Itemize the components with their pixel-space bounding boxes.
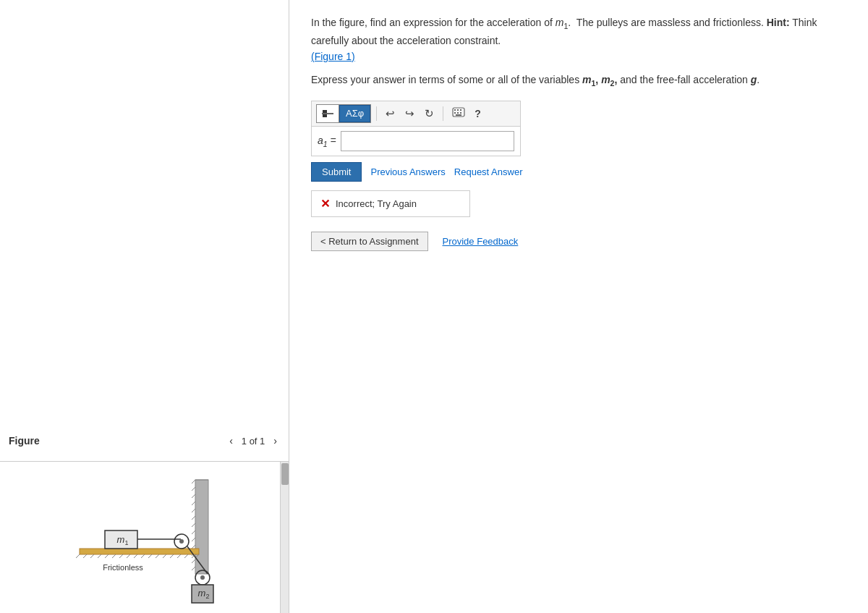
svg-line-4	[192, 494, 195, 498]
svg-line-5	[192, 502, 195, 505]
svg-line-29	[170, 554, 174, 558]
svg-text:m: m	[197, 588, 205, 599]
svg-line-10	[192, 538, 195, 541]
svg-point-39	[179, 539, 184, 544]
express-text: Express your answer in terms of some or …	[311, 72, 846, 90]
bottom-actions: < Return to Assignment Provide Feedback	[311, 232, 846, 251]
svg-rect-56	[460, 112, 461, 114]
problem-panel: In the figure, find an expression for th…	[289, 0, 868, 613]
provide-feedback-link[interactable]: Provide Feedback	[443, 236, 519, 247]
express-vars: m1, m2,	[582, 74, 617, 85]
figure-next-btn[interactable]: ›	[271, 434, 280, 448]
svg-line-16	[76, 554, 80, 558]
figure-scrollbar-thumb[interactable]	[281, 463, 289, 485]
submit-row: Submit Previous Answers Request Answer	[311, 162, 846, 182]
figure-link[interactable]: (Figure 1)	[311, 51, 355, 62]
svg-rect-49	[323, 114, 327, 117]
svg-text:Frictionless: Frictionless	[103, 563, 143, 572]
figure-nav[interactable]: ‹ 1 of 1 ›	[226, 434, 280, 448]
svg-line-22	[119, 554, 123, 558]
svg-line-8	[192, 523, 195, 527]
svg-line-19	[98, 554, 101, 558]
reset-btn[interactable]: ↻	[421, 106, 438, 122]
svg-point-42	[200, 575, 205, 580]
svg-line-25	[141, 554, 145, 558]
figure-prev-btn[interactable]: ‹	[226, 434, 236, 448]
svg-line-31	[184, 554, 188, 558]
sigma-btn[interactable]: ΑΣφ	[339, 105, 370, 122]
svg-line-30	[177, 554, 181, 558]
svg-rect-57	[456, 114, 461, 116]
keyboard-btn[interactable]	[448, 106, 469, 121]
answer-row: a1 =	[312, 127, 520, 156]
express-end: .	[757, 74, 760, 85]
svg-line-14	[192, 567, 195, 570]
toolbar-btn-group[interactable]: ΑΣφ	[316, 104, 371, 123]
request-answer-link[interactable]: Request Answer	[454, 166, 523, 177]
math-toolbar: ΑΣφ ↩ ↪ ↻	[312, 101, 520, 127]
help-btn[interactable]: ?	[472, 106, 484, 121]
svg-rect-51	[454, 109, 456, 111]
keyboard-icon	[452, 107, 465, 117]
figure-header: Figure ‹ 1 of 1 ›	[0, 428, 289, 454]
answer-label: a1 =	[318, 135, 336, 148]
svg-line-26	[148, 554, 152, 558]
toolbar-sep1	[376, 106, 377, 121]
svg-rect-55	[457, 112, 459, 114]
problem-description: In the figure, find an expression for th…	[311, 14, 846, 64]
fraction-icon	[321, 107, 334, 120]
fraction-btn[interactable]	[317, 105, 339, 122]
svg-rect-47	[323, 110, 327, 113]
submit-btn[interactable]: Submit	[311, 162, 362, 182]
svg-text:2: 2	[205, 593, 209, 600]
svg-line-21	[112, 554, 116, 558]
feedback-box: ✕ Incorrect; Try Again	[311, 190, 470, 217]
svg-line-11	[192, 545, 195, 549]
svg-line-24	[134, 554, 137, 558]
m1-var: m	[556, 17, 564, 28]
svg-line-7	[192, 516, 195, 520]
feedback-icon: ✕	[320, 197, 330, 211]
math-input-container: ΑΣφ ↩ ↪ ↻	[311, 101, 521, 156]
svg-line-13	[192, 559, 195, 563]
undo-btn[interactable]: ↩	[382, 106, 399, 122]
figure-diagram: m 1 m 2 Fri	[36, 465, 253, 610]
redo-btn[interactable]: ↪	[401, 106, 418, 122]
express-prefix: Express your answer in terms of some or …	[311, 74, 582, 85]
figure-scrollbar[interactable]	[280, 462, 289, 613]
figure-drawing: m 1 m 2 Fri	[0, 461, 289, 613]
answer-input[interactable]	[341, 131, 514, 151]
svg-line-23	[127, 554, 130, 558]
previous-answers-link[interactable]: Previous Answers	[370, 166, 445, 177]
figure-svg: m 1 m 2 Fri	[0, 462, 289, 613]
svg-line-3	[192, 487, 195, 491]
figure-nav-count: 1 of 1	[242, 436, 265, 447]
svg-line-28	[163, 554, 166, 558]
toolbar-sep2	[443, 106, 443, 121]
svg-rect-15	[80, 549, 199, 554]
figure-panel: Figure ‹ 1 of 1 ›	[0, 0, 289, 613]
feedback-text: Incorrect; Try Again	[336, 198, 417, 209]
svg-line-18	[90, 554, 94, 558]
hint-label: Hint:	[767, 17, 790, 28]
svg-line-20	[105, 554, 109, 558]
express-middle: and the free-fall acceleration	[617, 74, 750, 85]
svg-rect-52	[457, 109, 459, 111]
svg-text:m: m	[116, 534, 124, 545]
figure-label: Figure	[9, 435, 40, 447]
svg-text:1: 1	[124, 539, 128, 546]
svg-line-2	[192, 480, 195, 483]
svg-line-27	[156, 554, 159, 558]
svg-line-6	[192, 509, 195, 512]
svg-rect-53	[460, 109, 461, 111]
return-assignment-btn[interactable]: < Return to Assignment	[311, 232, 428, 251]
svg-rect-54	[454, 112, 456, 114]
svg-line-9	[192, 530, 195, 534]
help-label: ?	[475, 108, 481, 119]
sigma-label: ΑΣφ	[346, 108, 364, 119]
svg-line-17	[83, 554, 87, 558]
m1-subscript: 1	[563, 22, 568, 30]
